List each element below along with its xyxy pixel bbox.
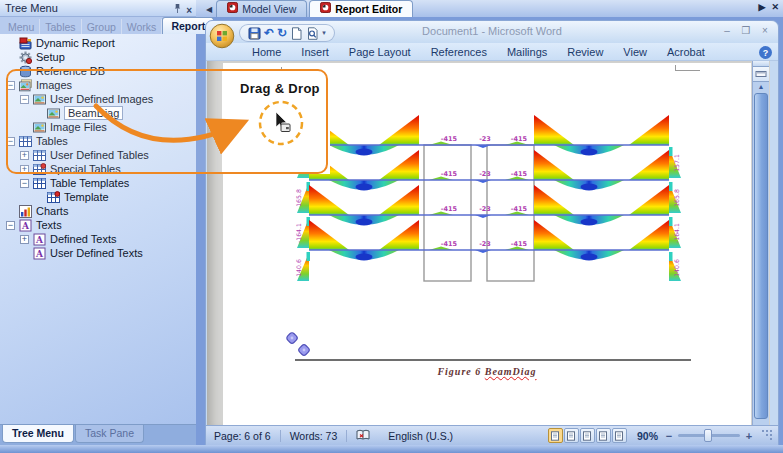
zoom-out-button[interactable]: − [664, 430, 674, 442]
ribbon-tab-references[interactable]: References [421, 46, 497, 58]
print-preview-icon[interactable] [306, 27, 319, 40]
tree-item-user-defined-tables[interactable]: +User Defined Tables [0, 148, 196, 162]
page-count[interactable]: Page: 6 of 6 [214, 430, 281, 442]
panel-bottom-tabs: Tree MenuTask Pane [0, 424, 196, 445]
tree-item-tables[interactable]: −Tables [0, 134, 196, 148]
help-button[interactable]: ? [759, 46, 772, 59]
tree-item-table-templates[interactable]: −Table Templates [0, 176, 196, 190]
midas-icon [320, 2, 331, 15]
close-button[interactable]: × [757, 25, 773, 37]
zoom-slider-thumb[interactable] [704, 429, 712, 442]
minimize-button[interactable]: – [719, 25, 735, 37]
collapse-icon[interactable]: − [20, 95, 29, 104]
svg-text:-23: -23 [479, 240, 491, 248]
qat-overflow-icon[interactable]: ▾ [322, 27, 326, 39]
ribbon-tab-acrobat[interactable]: Acrobat [657, 46, 715, 58]
tree-item-reference-db[interactable]: Reference DB [0, 64, 196, 78]
zoom-in-button[interactable]: + [744, 430, 754, 442]
bottom-tab-tree-menu[interactable]: Tree Menu [2, 425, 74, 443]
zoom-level[interactable]: 90% [637, 430, 658, 442]
office-orb[interactable] [209, 23, 235, 53]
language-status[interactable]: English (U.S.) [388, 430, 462, 442]
undo-icon[interactable]: ↶ [264, 27, 274, 39]
web-layout-button[interactable] [580, 428, 595, 443]
ribbon-tab-page-layout[interactable]: Page Layout [339, 46, 421, 58]
word-title: Document1 - Microsoft Word [336, 25, 648, 37]
tree-item-label: Table Templates [50, 177, 129, 189]
restore-button[interactable]: ❒ [738, 25, 754, 37]
outline-button[interactable] [596, 428, 611, 443]
images-icon [19, 79, 32, 92]
redo-icon[interactable]: ↻ [277, 27, 287, 39]
tree-item-images[interactable]: −Images [0, 78, 196, 92]
tree-item-dynamic-report[interactable]: Dynamic Report [0, 36, 196, 50]
expand-icon[interactable]: + [20, 235, 29, 244]
draft-button[interactable] [612, 428, 627, 443]
tree-item-label: Template [64, 191, 109, 203]
zoom-slider[interactable] [678, 434, 740, 437]
tree-item-texts[interactable]: −ATexts [0, 218, 196, 232]
table-red-icon [33, 163, 46, 176]
tab-scroll-right-icon[interactable]: ▶ [759, 2, 766, 12]
collapse-icon[interactable]: − [6, 221, 15, 230]
tree-item-charts[interactable]: Charts [0, 204, 196, 218]
tree-item-label: Defined Texts [50, 233, 116, 245]
panel-tab-group[interactable]: Group [82, 19, 122, 34]
panel-tab-works[interactable]: Works [122, 19, 163, 34]
svg-text:-23: -23 [479, 205, 491, 213]
view-tab-report-editor[interactable]: Report Editor [309, 0, 413, 17]
tree-item-label: Texts [36, 219, 62, 231]
tree-item-beamdiag[interactable]: BeamDiag [0, 106, 196, 120]
tree-item-setup[interactable]: Setup [0, 50, 196, 64]
print-layout-button[interactable] [548, 428, 563, 443]
tree-item-user-defined-texts[interactable]: AUser Defined Texts [0, 246, 196, 260]
tree-item-image-files[interactable]: Image Files [0, 120, 196, 134]
text-icon: A [33, 247, 46, 260]
word-status-bar: Page: 6 of 6 Words: 73 English (U.S.) 90… [206, 425, 778, 445]
tree-item-user-defined-images[interactable]: −User Defined Images [0, 92, 196, 106]
tree-item-label: Reference DB [36, 65, 105, 77]
proofing-error-icon[interactable] [356, 429, 379, 443]
save-icon[interactable] [248, 27, 261, 40]
view-tab-model-view[interactable]: Model View [216, 0, 307, 17]
scrollbar-thumb[interactable] [754, 93, 768, 419]
ribbon-tab-review[interactable]: Review [557, 46, 613, 58]
panel-tab-tables[interactable]: Tables [40, 19, 81, 34]
margin-mark [675, 65, 700, 71]
collapse-icon[interactable]: − [20, 179, 29, 188]
svg-text:165.8: 165.8 [673, 189, 680, 207]
expand-icon[interactable]: + [20, 151, 29, 160]
scroll-up-icon[interactable]: ▲ [753, 82, 769, 92]
quick-access-toolbar: ↶↻▾ [239, 24, 335, 42]
view-tab-label: Report Editor [335, 3, 402, 15]
resize-grip[interactable] [762, 430, 773, 441]
svg-text:-415: -415 [441, 170, 458, 178]
ribbon-tab-home[interactable]: Home [242, 46, 291, 58]
vertical-scrollbar[interactable]: ▲ [752, 61, 769, 425]
word-count[interactable]: Words: 73 [290, 430, 348, 442]
panel-tab-menu[interactable]: Menu [3, 19, 40, 34]
expand-icon[interactable]: + [20, 165, 29, 174]
svg-text:-415: -415 [441, 135, 458, 143]
tab-close-icon[interactable]: ✕ [771, 2, 779, 12]
ribbon-tab-insert[interactable]: Insert [291, 46, 339, 58]
tree-item-template[interactable]: Template [0, 190, 196, 204]
bottom-tab-task-pane[interactable]: Task Pane [75, 425, 144, 443]
collapse-icon[interactable]: − [6, 81, 15, 90]
ribbon-tab-mailings[interactable]: Mailings [497, 46, 557, 58]
full-screen-reading-button[interactable] [564, 428, 579, 443]
ribbon-tab-view[interactable]: View [613, 46, 657, 58]
figure-caption: Figure 6 BeamDiag [223, 366, 751, 377]
tree-item-special-tables[interactable]: +Special Tables [0, 162, 196, 176]
collapse-icon[interactable]: − [6, 137, 15, 146]
new-doc-icon[interactable] [290, 27, 303, 40]
tree-menu-panel-header[interactable]: Tree Menu × [0, 0, 196, 17]
table-icon [19, 135, 32, 148]
text-icon: A [19, 219, 32, 232]
tab-scroll-left-icon[interactable]: ◀ [202, 5, 216, 17]
svg-text:165.8: 165.8 [295, 189, 302, 207]
tree-item-defined-texts[interactable]: +ADefined Texts [0, 232, 196, 246]
ruler-toggle-button[interactable] [753, 67, 769, 82]
bottom-frame-strip [0, 445, 783, 453]
close-icon[interactable]: × [186, 5, 192, 17]
